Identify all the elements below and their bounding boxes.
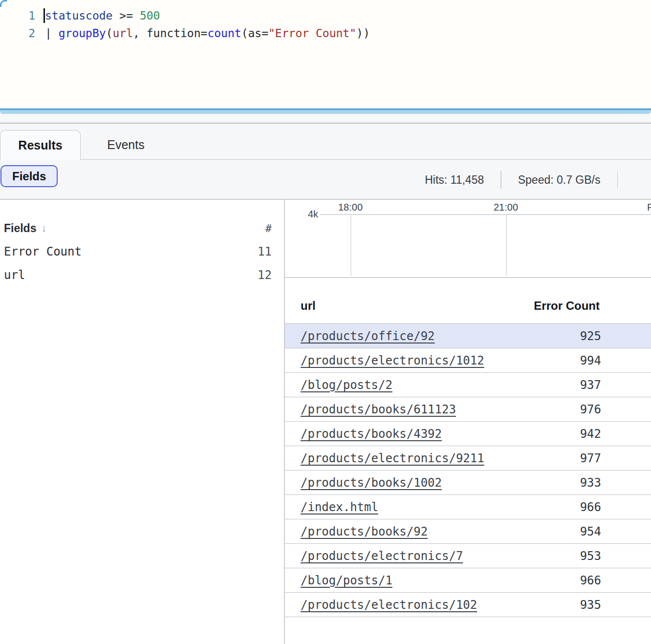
url-link[interactable]: /products/electronics/1012 (285, 354, 484, 367)
error-count-value: 977 (580, 451, 651, 465)
tab-results-label: Results (18, 138, 62, 152)
code-token: count (207, 27, 241, 40)
code-token: groupBy (59, 27, 106, 40)
timeline-x-tick: F (647, 202, 651, 213)
text-caret (43, 8, 45, 23)
code-token: | (45, 27, 59, 40)
editor-line[interactable]: 1statuscode >= 500 (0, 7, 651, 24)
tabbar-baseline (81, 159, 651, 160)
table-row[interactable]: /products/books/1002933 (285, 471, 651, 495)
error-count-value: 966 (580, 500, 651, 514)
fields-button-label: Fields (12, 170, 46, 183)
query-editor-lines[interactable]: 1statuscode >= 5002| groupBy(url, functi… (0, 7, 651, 42)
error-count-value: 994 (580, 354, 651, 367)
table-row[interactable]: /blog/posts/1966 (285, 568, 651, 593)
code-text[interactable]: statuscode >= 500 (35, 7, 160, 24)
fields-list: Error Count11url12 (4, 240, 272, 287)
url-link[interactable]: /products/books/611123 (285, 403, 456, 416)
url-link[interactable]: /index.html (285, 500, 378, 514)
error-count-value: 942 (580, 427, 651, 441)
error-count-value: 953 (580, 549, 651, 563)
fields-panel-title: Fields (4, 222, 36, 235)
results-table: url Error Count /products/office/92925/p… (285, 278, 651, 617)
section-divider (0, 114, 651, 124)
code-text[interactable]: | groupBy(url, function=count(as="Error … (35, 24, 370, 42)
code-token: ( (106, 27, 113, 40)
table-row[interactable]: /products/books/4392942 (285, 422, 651, 446)
column-header-error-count[interactable]: Error Count (534, 299, 651, 323)
line-number: 1 (0, 7, 35, 24)
url-link[interactable]: /products/office/92 (285, 329, 435, 343)
timeline-x-tick: 21:00 (494, 202, 518, 213)
code-token: , function= (133, 27, 207, 40)
event-timeline-chart[interactable]: 4k 18:0021:00F (285, 200, 651, 278)
table-row[interactable]: /products/electronics/102935 (285, 593, 651, 617)
fields-panel-header: Fields ↓ # (4, 218, 272, 238)
tab-results[interactable]: Results (0, 130, 81, 160)
code-token: )) (356, 27, 370, 40)
tab-events[interactable]: Events (81, 130, 171, 159)
table-row[interactable]: /products/books/92954 (285, 519, 651, 544)
results-tabbar: Results Events (0, 124, 651, 161)
error-count-value: 933 (580, 476, 651, 490)
url-link[interactable]: /products/electronics/9211 (285, 451, 484, 465)
code-token: "Error Count" (268, 27, 356, 40)
code-token: statuscode (45, 9, 112, 22)
stats-divider (617, 171, 618, 189)
sort-descending-icon[interactable]: ↓ (41, 222, 46, 235)
stats-divider (500, 171, 501, 189)
results-content: Fields ↓ # Error Count11url12 4k 18:0021… (0, 200, 651, 644)
results-table-header: url Error Count (285, 278, 651, 324)
editor-focus-border (0, 0, 7, 7)
error-count-value: 966 (580, 574, 651, 587)
results-toolbar: Fields Hits: 11,458 Speed: 0.7 GB/s (0, 161, 651, 200)
query-stats: Hits: 11,458 Speed: 0.7 GB/s (425, 161, 651, 199)
field-row[interactable]: Error Count11 (4, 240, 272, 263)
column-header-url[interactable]: url (285, 299, 316, 323)
url-link[interactable]: /products/books/92 (285, 525, 428, 538)
timeline-gridline-vertical (350, 215, 351, 276)
field-distinct-count: 12 (258, 268, 272, 282)
query-editor[interactable]: 1statuscode >= 5002| groupBy(url, functi… (0, 0, 651, 108)
error-count-value: 925 (580, 329, 651, 343)
url-link[interactable]: /blog/posts/1 (285, 574, 392, 587)
code-token: (as= (241, 27, 268, 40)
code-token: 500 (140, 9, 160, 22)
url-link[interactable]: /products/books/4392 (285, 427, 442, 441)
error-count-value: 976 (580, 403, 651, 416)
fields-count-column-header: # (265, 222, 272, 235)
url-link[interactable]: /products/electronics/102 (285, 598, 477, 612)
speed-stat: Speed: 0.7 GB/s (518, 173, 601, 187)
fields-panel: Fields ↓ # Error Count11url12 (0, 200, 284, 644)
tab-events-label: Events (107, 138, 144, 152)
url-link[interactable]: /blog/posts/2 (285, 378, 392, 392)
field-name[interactable]: url (4, 268, 25, 282)
url-link[interactable]: /products/books/1002 (285, 476, 442, 490)
table-row[interactable]: /index.html966 (285, 495, 651, 519)
hits-stat: Hits: 11,458 (425, 173, 484, 187)
timeline-y-tick: 4k (285, 209, 318, 220)
url-link[interactable]: /products/electronics/7 (285, 549, 463, 563)
timeline-gridline-horizontal (320, 214, 651, 215)
error-count-value: 954 (580, 525, 651, 538)
fields-button[interactable]: Fields (0, 165, 58, 187)
timeline-x-tick: 18:00 (338, 202, 363, 213)
code-token: url (113, 27, 133, 40)
editor-line[interactable]: 2| groupBy(url, function=count(as="Error… (0, 24, 651, 42)
table-row[interactable]: /products/books/611123976 (285, 397, 651, 422)
field-row[interactable]: url12 (4, 263, 272, 287)
error-count-value: 935 (580, 598, 651, 612)
error-count-value: 937 (580, 378, 651, 392)
table-row[interactable]: /products/electronics/1012994 (285, 348, 651, 373)
table-row[interactable]: /products/office/92925 (285, 324, 651, 348)
line-number: 2 (0, 24, 35, 42)
code-token: >= (112, 9, 139, 22)
field-distinct-count: 11 (258, 245, 272, 258)
editor-bottom-accent-bar (0, 108, 651, 114)
table-row[interactable]: /products/electronics/7953 (285, 544, 651, 568)
table-row[interactable]: /blog/posts/2937 (285, 373, 651, 397)
table-row[interactable]: /products/electronics/9211977 (285, 446, 651, 471)
field-name[interactable]: Error Count (4, 245, 82, 258)
timeline-gridline-vertical (506, 215, 507, 276)
